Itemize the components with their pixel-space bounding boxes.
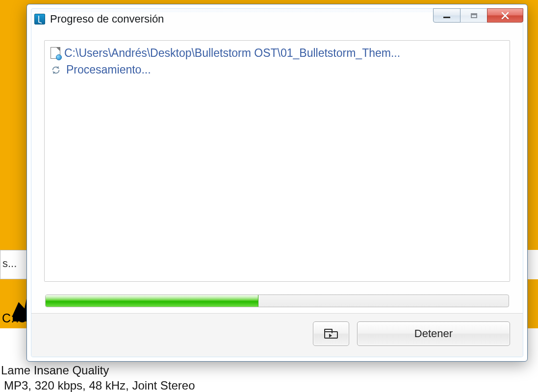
maximize-button — [460, 8, 487, 23]
bg-path-prefix: C:\U — [0, 311, 27, 325]
conversion-progress-dialog: Progreso de conversión — [26, 4, 528, 362]
app-icon — [34, 14, 45, 24]
maximize-icon — [471, 13, 477, 18]
dialog-frame: Progreso de conversión — [31, 8, 523, 357]
titlebar[interactable]: Progreso de conversión — [31, 9, 523, 29]
stop-button[interactable]: Detener — [357, 321, 510, 346]
status-text: Procesamiento... — [66, 63, 151, 76]
bg-quality-label: Lame Insane Quality — [1, 364, 109, 377]
processing-icon — [51, 65, 61, 75]
stop-button-label: Detener — [414, 327, 453, 340]
minimize-icon — [443, 17, 450, 18]
close-icon — [501, 11, 510, 20]
folder-open-icon — [324, 329, 338, 339]
open-folder-button[interactable] — [313, 321, 349, 346]
minimize-button[interactable] — [433, 8, 461, 23]
status-entry: Procesamiento... — [51, 63, 504, 76]
dialog-client-area: C:\Users\Andrés\Desktop\Bulletstorm OST\… — [31, 29, 523, 313]
audio-file-icon — [51, 47, 60, 59]
close-button[interactable] — [487, 8, 523, 23]
conversion-list[interactable]: C:\Users\Andrés\Desktop\Bulletstorm OST\… — [44, 40, 510, 282]
progress-fill — [46, 295, 258, 307]
window-controls — [434, 8, 523, 23]
file-entry[interactable]: C:\Users\Andrés\Desktop\Bulletstorm OST\… — [51, 45, 504, 61]
bg-format-label: MP3, 320 kbps, 48 kHz, Joint Stereo — [4, 379, 195, 392]
progress-bar — [45, 294, 509, 307]
dialog-footer: Detener — [31, 313, 523, 357]
dialog-title: Progreso de conversión — [50, 13, 164, 25]
bg-truncated-text: s... — [0, 250, 29, 279]
file-path-label: C:\Users\Andrés\Desktop\Bulletstorm OST\… — [64, 45, 400, 61]
